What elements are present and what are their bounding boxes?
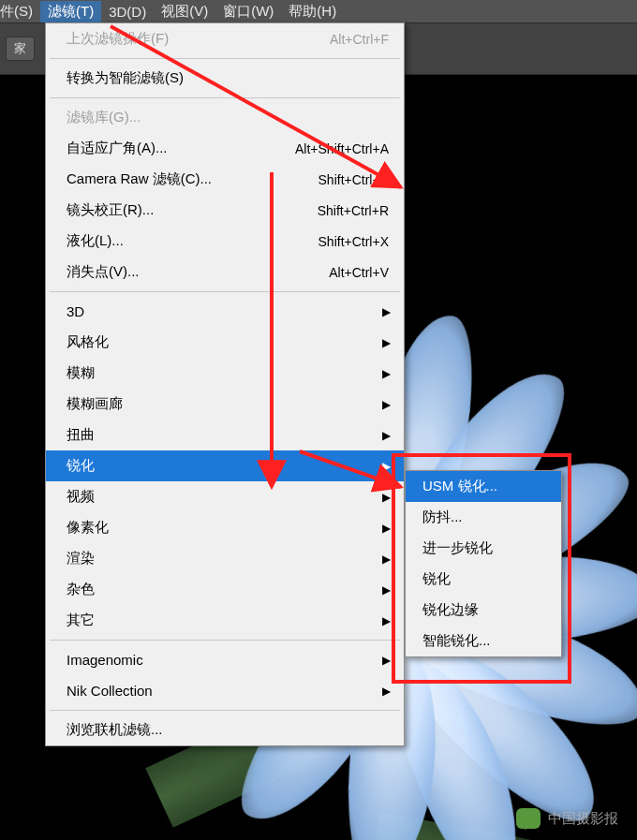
menu-separator [50, 710, 400, 711]
menu-separator [50, 640, 400, 641]
chevron-right-icon: ▶ [382, 367, 391, 380]
menu-imagenomic-submenu[interactable]: Imagenomic ▶ [46, 644, 404, 675]
menu-other-submenu[interactable]: 其它 ▶ [46, 605, 404, 636]
menu-usm-sharpen[interactable]: USM 锐化... [406, 471, 561, 502]
menubar: 件(S) 滤镜(T) 3D(D) 视图(V) 窗口(W) 帮助(H) [0, 0, 637, 22]
menu-3d[interactable]: 3D(D) [101, 2, 154, 22]
chevron-right-icon: ▶ [382, 553, 391, 566]
menu-render-submenu[interactable]: 渲染 ▶ [46, 543, 404, 574]
menu-blur-gallery-submenu[interactable]: 模糊画廊 ▶ [46, 389, 404, 420]
chevron-right-icon: ▶ [382, 654, 391, 667]
menu-help[interactable]: 帮助(H) [281, 1, 344, 22]
chevron-right-icon: ▶ [382, 491, 391, 504]
menu-browse-online-filters[interactable]: 浏览联机滤镜... [46, 715, 404, 745]
menu-noise-submenu[interactable]: 杂色 ▶ [46, 574, 404, 605]
options-bar-button[interactable]: 家 [6, 37, 35, 61]
menu-sharpen-edges[interactable]: 锐化边缘 [406, 595, 561, 626]
menu-last-filter: 上次滤镜操作(F) Alt+Ctrl+F [46, 23, 404, 54]
menu-filter[interactable]: 滤镜(T) [40, 1, 101, 22]
menu-view[interactable]: 视图(V) [154, 1, 215, 22]
menu-camera-raw-filter[interactable]: Camera Raw 滤镜(C)... Shift+Ctrl+A [46, 164, 404, 195]
menu-convert-smart-filter[interactable]: 转换为智能滤镜(S) [46, 63, 404, 94]
chevron-right-icon: ▶ [382, 336, 391, 349]
menu-blur-submenu[interactable]: 模糊 ▶ [46, 358, 404, 389]
menu-3d-submenu[interactable]: 3D ▶ [46, 296, 404, 327]
chevron-right-icon: ▶ [382, 583, 391, 597]
chevron-right-icon: ▶ [382, 305, 391, 318]
menu-sharpen-more[interactable]: 进一步锐化 [406, 533, 561, 564]
menu-window[interactable]: 窗口(W) [215, 1, 281, 22]
menu-separator [50, 97, 400, 98]
menu-pixelate-submenu[interactable]: 像素化 ▶ [46, 512, 404, 543]
chevron-right-icon: ▶ [382, 614, 391, 627]
menu-shake-reduction[interactable]: 防抖... [406, 502, 561, 533]
menu-sharpen-submenu[interactable]: 锐化 ▶ [46, 450, 404, 481]
menu-vanishing-point[interactable]: 消失点(V)... Alt+Ctrl+V [46, 257, 404, 287]
menu-separator [50, 291, 400, 292]
watermark-text: 中国摄影报 [548, 810, 618, 828]
chevron-right-icon: ▶ [382, 460, 391, 473]
chevron-right-icon: ▶ [382, 398, 391, 411]
menu-smart-sharpen[interactable]: 智能锐化... [406, 626, 561, 656]
menu-separator [50, 58, 400, 59]
menu-adaptive-wide-angle[interactable]: 自适应广角(A)... Alt+Shift+Ctrl+A [46, 133, 404, 164]
menu-lens-correction[interactable]: 镜头校正(R)... Shift+Ctrl+R [46, 195, 404, 226]
watermark: 中国摄影报 [516, 808, 618, 829]
chevron-right-icon: ▶ [382, 429, 391, 442]
menu-nik-collection-submenu[interactable]: Nik Collection ▶ [46, 675, 404, 706]
menu-distort-submenu[interactable]: 扭曲 ▶ [46, 420, 404, 450]
menu-video-submenu[interactable]: 视频 ▶ [46, 481, 404, 512]
menu-stylize-submenu[interactable]: 风格化 ▶ [46, 327, 404, 358]
menu-sharpen[interactable]: 锐化 [406, 564, 561, 595]
menu-file-partial[interactable]: 件(S) [0, 1, 40, 22]
chevron-right-icon: ▶ [382, 522, 391, 535]
sharpen-submenu-panel: USM 锐化... 防抖... 进一步锐化 锐化 锐化边缘 智能锐化... [405, 470, 562, 657]
menu-liquify[interactable]: 液化(L)... Shift+Ctrl+X [46, 226, 404, 257]
menu-filter-gallery: 滤镜库(G)... [46, 102, 404, 133]
wechat-icon [516, 808, 541, 829]
filter-dropdown: 上次滤镜操作(F) Alt+Ctrl+F 转换为智能滤镜(S) 滤镜库(G)..… [45, 22, 405, 746]
chevron-right-icon: ▶ [382, 685, 391, 698]
